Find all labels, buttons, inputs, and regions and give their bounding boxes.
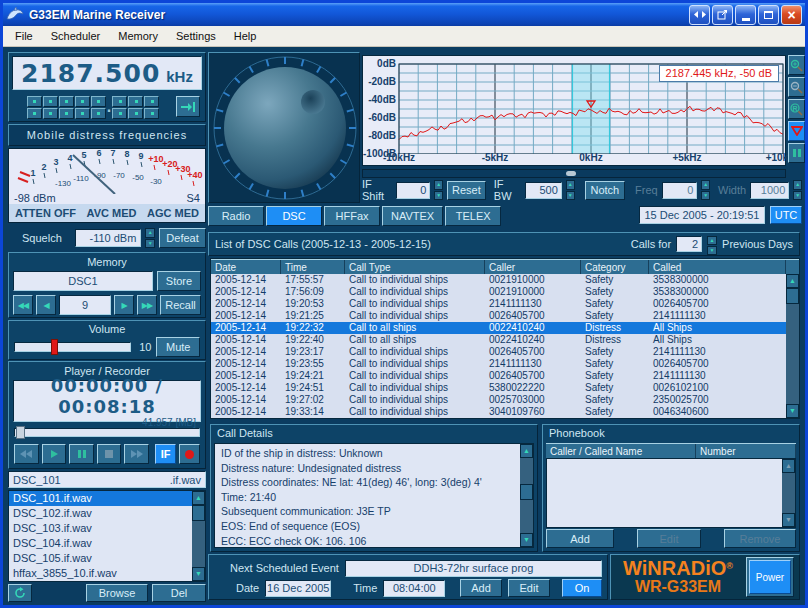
- phonebook-add-button[interactable]: Add: [546, 529, 614, 548]
- minimize-button[interactable]: [735, 5, 756, 25]
- rewind-button[interactable]: [14, 444, 39, 464]
- scroll-thumb[interactable]: [192, 505, 205, 521]
- table-row[interactable]: 2005-12-1417:56:09Call to individual shi…: [211, 286, 786, 298]
- spectrum-scrollbar[interactable]: [362, 169, 786, 178]
- scroll-down-button[interactable]: ▼: [520, 533, 533, 547]
- scroll-up-button[interactable]: ▲: [782, 459, 795, 473]
- file-item[interactable]: DSC_105.if.wav: [9, 551, 192, 566]
- avc-toggle[interactable]: AVC MED: [87, 207, 137, 219]
- menu-file[interactable]: File: [6, 28, 42, 44]
- memory-next-button[interactable]: ▶: [114, 295, 134, 315]
- digit-spinner[interactable]: [59, 96, 74, 119]
- if-shift-up-button[interactable]: ▲: [434, 180, 443, 190]
- scroll-down-button[interactable]: ▼: [782, 513, 795, 527]
- tab-dsc[interactable]: DSC: [266, 206, 322, 226]
- phonebook-column-name[interactable]: Caller / Called Name: [546, 444, 696, 458]
- digit-down-button[interactable]: [59, 108, 74, 119]
- tab-hffax[interactable]: HFFax: [324, 206, 380, 226]
- pause-button[interactable]: [69, 444, 94, 464]
- volume-slider-handle[interactable]: [51, 339, 58, 355]
- tab-telex[interactable]: TELEX: [445, 206, 501, 226]
- squelch-down-button[interactable]: ▼: [145, 239, 155, 249]
- phonebook-scrollbar[interactable]: ▲ ▼: [782, 459, 795, 527]
- details-scrollbar[interactable]: ▲ ▼: [520, 444, 533, 547]
- zoom-out-button[interactable]: [788, 77, 805, 97]
- delete-button[interactable]: Del: [152, 584, 206, 602]
- memory-name-field[interactable]: DSC1: [13, 271, 153, 291]
- record-button[interactable]: [179, 444, 200, 464]
- column-header-call-type[interactable]: Call Type: [345, 260, 485, 274]
- close-button[interactable]: ×: [781, 5, 802, 25]
- digit-spinner[interactable]: [112, 96, 127, 119]
- digit-spinner[interactable]: [128, 96, 143, 119]
- if-shift-down-button[interactable]: ▼: [434, 191, 443, 201]
- table-row[interactable]: 2005-12-1417:55:57Call to individual shi…: [211, 274, 786, 286]
- atten-toggle[interactable]: ATTEN OFF: [15, 207, 76, 219]
- table-row[interactable]: 2005-12-1419:21:25Call to individual shi…: [211, 310, 786, 322]
- digit-down-button[interactable]: [75, 108, 90, 119]
- notch-button[interactable]: Notch: [585, 181, 625, 200]
- table-row[interactable]: 2005-12-1419:24:51Call to individual shi…: [211, 382, 786, 394]
- squelch-value-field[interactable]: -110 dBm: [75, 229, 142, 247]
- filename-row[interactable]: DSC_101 .if.wav: [8, 471, 206, 488]
- scroll-up-button[interactable]: ▲: [520, 444, 533, 458]
- if-bw-field[interactable]: 500: [525, 182, 562, 199]
- if-bw-up-button[interactable]: ▲: [566, 180, 575, 190]
- digit-down-button[interactable]: [27, 108, 42, 119]
- table-row[interactable]: 2005-12-1419:23:55Call to individual shi…: [211, 358, 786, 370]
- digit-down-button[interactable]: [43, 108, 58, 119]
- phonebook-column-number[interactable]: Number: [696, 444, 796, 458]
- next-event-field[interactable]: DDH3-72hr surface prog: [345, 560, 602, 577]
- digit-spinner[interactable]: [43, 96, 58, 119]
- table-row[interactable]: 2005-12-1419:20:53Call to individual shi…: [211, 298, 786, 310]
- column-header-called[interactable]: Called: [649, 260, 786, 274]
- scheduler-add-button[interactable]: Add: [460, 579, 502, 597]
- column-header-category[interactable]: Category: [581, 260, 649, 274]
- memory-first-button[interactable]: ◀◀: [13, 295, 33, 315]
- digit-down-button[interactable]: [112, 108, 127, 119]
- digit-up-button[interactable]: [43, 96, 58, 107]
- digit-up-button[interactable]: [27, 96, 42, 107]
- digit-down-button[interactable]: [144, 108, 159, 119]
- digit-up-button[interactable]: [128, 96, 143, 107]
- scheduler-edit-button[interactable]: Edit: [508, 579, 550, 597]
- fast-forward-button[interactable]: [124, 444, 149, 464]
- zoom-reset-button[interactable]: R: [788, 99, 805, 119]
- file-list-scrollbar[interactable]: ▲ ▼: [192, 491, 205, 581]
- compact-view-button[interactable]: [689, 5, 710, 25]
- frequency-enter-button[interactable]: [176, 96, 200, 117]
- player-progress-handle[interactable]: [16, 426, 25, 439]
- digit-spinner[interactable]: [144, 96, 159, 119]
- squelch-up-button[interactable]: ▲: [145, 228, 155, 238]
- digit-down-button[interactable]: [91, 108, 106, 119]
- scroll-down-button[interactable]: ▼: [192, 567, 205, 581]
- digit-spinner[interactable]: [27, 96, 42, 119]
- table-row[interactable]: 2005-12-1419:27:02Call to individual shi…: [211, 394, 786, 406]
- menu-memory[interactable]: Memory: [109, 28, 167, 44]
- tuning-knob[interactable]: [210, 53, 360, 203]
- column-header-time[interactable]: Time: [281, 260, 345, 274]
- utc-button[interactable]: UTC: [770, 206, 802, 224]
- digit-up-button[interactable]: [75, 96, 90, 107]
- menu-scheduler[interactable]: Scheduler: [42, 28, 110, 44]
- spectrum-pause-button[interactable]: [788, 143, 805, 163]
- stop-button[interactable]: [97, 444, 122, 464]
- if-bw-down-button[interactable]: ▼: [566, 191, 575, 201]
- file-item[interactable]: DSC_101.if.wav: [9, 491, 192, 506]
- table-row[interactable]: 2005-12-1419:33:14Call to individual shi…: [211, 406, 786, 418]
- agc-toggle[interactable]: AGC MED: [147, 207, 199, 219]
- table-row[interactable]: 2005-12-1419:22:40Call to all ships00224…: [211, 334, 786, 346]
- spectrum-display[interactable]: 0dB-20dB-40dB-60dB-80dB-100dB -10kHz-5kH…: [362, 55, 786, 166]
- volume-slider[interactable]: [14, 342, 131, 352]
- memory-store-button[interactable]: Store: [157, 271, 201, 291]
- menu-help[interactable]: Help: [225, 28, 266, 44]
- table-row[interactable]: 2005-12-1419:23:17Call to individual shi…: [211, 346, 786, 358]
- column-header-caller[interactable]: Caller: [485, 260, 581, 274]
- spectrum-scroll-handle[interactable]: [566, 171, 576, 176]
- play-button[interactable]: [42, 444, 67, 464]
- digit-up-button[interactable]: [144, 96, 159, 107]
- tab-radio[interactable]: Radio: [208, 206, 264, 226]
- maximize-button[interactable]: [758, 5, 779, 25]
- if-shift-field[interactable]: 0: [396, 182, 430, 199]
- digit-up-button[interactable]: [59, 96, 74, 107]
